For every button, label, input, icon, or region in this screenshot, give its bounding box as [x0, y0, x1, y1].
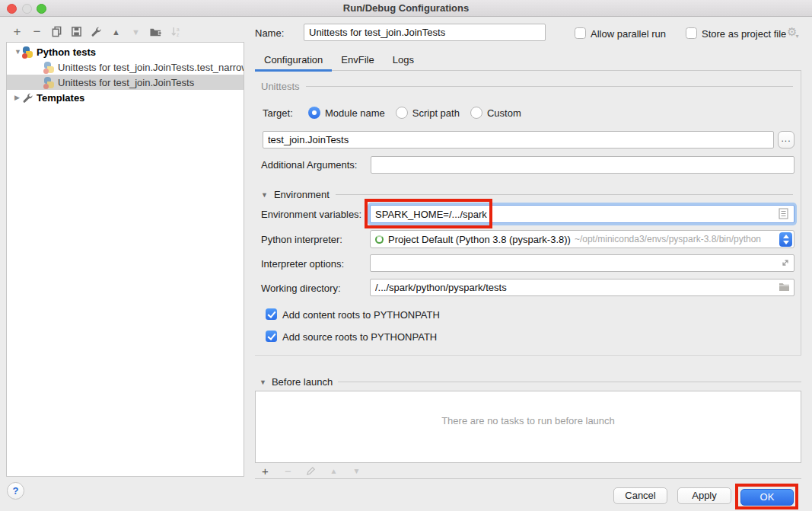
python-test-icon — [43, 77, 55, 88]
edit-task-pencil-icon — [304, 465, 317, 477]
target-input[interactable] — [263, 131, 774, 149]
configuration-panel: Unittests Target: Module name Script pat… — [255, 71, 801, 356]
store-as-project-file-checkbox[interactable] — [686, 27, 697, 39]
tab-bar: Configuration EnvFile Logs — [255, 50, 423, 71]
edit-templates-wrench-icon[interactable] — [90, 25, 103, 38]
combo-stepper-icon[interactable] — [779, 232, 792, 247]
unittests-group-header: Unittests — [261, 81, 793, 92]
run-debug-configurations-dialog: Run/Debug Configurations + − ▲ ▼ az ▼ Py… — [0, 0, 812, 511]
conda-environment-icon — [375, 235, 384, 244]
tab-configuration[interactable]: Configuration — [255, 50, 332, 71]
interpreter-name: Project Default (Python 3.8 (pyspark-3.8… — [388, 234, 571, 245]
add-content-roots-label: Add content roots to PYTHONPATH — [282, 309, 440, 321]
interpreter-options-input[interactable] — [370, 254, 794, 272]
working-directory-label: Working directory: — [261, 283, 341, 294]
interpreter-path: ~/opt/miniconda3/envs/pyspark-3.8/bin/py… — [575, 234, 761, 244]
configurations-tree: ▼ Python tests Unittests for test_join.J… — [6, 42, 244, 477]
radio-custom[interactable] — [470, 107, 482, 119]
allow-parallel-run-label: Allow parallel run — [591, 28, 666, 40]
collapse-triangle-icon[interactable]: ▼ — [260, 378, 266, 386]
save-configuration-icon[interactable] — [70, 25, 83, 38]
tree-item-unittests-test-narrow[interactable]: Unittests for test_join.JoinTests.test_n… — [7, 59, 244, 75]
svg-text:a: a — [176, 27, 179, 32]
tree-item-unittests-jointests-selected[interactable]: Unittests for test_join.JoinTests — [7, 75, 244, 90]
radio-script-path-label: Script path — [412, 107, 460, 119]
browse-target-button[interactable]: ... — [778, 131, 794, 149]
environment-variables-label: Environment variables: — [261, 209, 361, 220]
name-label: Name: — [255, 27, 284, 39]
tab-envfile[interactable]: EnvFile — [332, 50, 383, 71]
add-configuration-icon[interactable]: + — [11, 25, 24, 38]
chevron-down-icon[interactable]: ▼ — [14, 48, 22, 56]
radio-custom-label: Custom — [487, 107, 521, 119]
content-bottom-divider — [255, 478, 801, 479]
working-directory-input[interactable] — [370, 279, 794, 296]
apply-button[interactable]: Apply — [677, 487, 731, 504]
radio-script-path[interactable] — [396, 107, 408, 119]
add-source-roots-label: Add source roots to PYTHONPATH — [282, 331, 437, 343]
name-input[interactable] — [304, 24, 546, 41]
title-bar: Run/Debug Configurations — [0, 0, 812, 17]
cancel-button[interactable]: Cancel — [613, 487, 667, 504]
interpreter-options-label: Interpreter options: — [261, 258, 344, 270]
tab-logs[interactable]: Logs — [384, 50, 423, 71]
allow-parallel-run-checkbox[interactable] — [575, 27, 586, 39]
environment-group-header[interactable]: ▼ Environment — [261, 189, 793, 200]
environment-variables-input[interactable] — [370, 205, 794, 223]
tree-item-templates[interactable]: ▶ Templates — [7, 90, 244, 105]
remove-configuration-icon[interactable]: − — [30, 25, 43, 38]
target-row: Target: Module name Script path Custom — [263, 107, 532, 119]
chevron-right-icon[interactable]: ▶ — [14, 94, 22, 101]
before-launch-empty-message: There are no tasks to run before launch — [256, 415, 801, 426]
templates-wrench-icon — [22, 92, 33, 104]
move-task-up-icon: ▲ — [327, 465, 340, 477]
python-test-icon — [43, 62, 55, 73]
move-up-icon[interactable]: ▲ — [110, 25, 123, 38]
target-label: Target: — [263, 107, 308, 119]
copy-configuration-icon[interactable] — [50, 25, 63, 38]
radio-module-name-label: Module name — [325, 107, 385, 119]
new-folder-icon[interactable] — [149, 25, 162, 38]
remove-task-icon: − — [282, 465, 295, 477]
collapse-triangle-icon[interactable]: ▼ — [261, 191, 268, 199]
store-as-project-file-label: Store as project file — [702, 28, 786, 40]
ok-button[interactable]: OK — [740, 489, 794, 506]
before-launch-toolbar: + − ▲ ▼ — [259, 465, 363, 477]
svg-text:z: z — [176, 32, 178, 37]
python-interpreter-select[interactable]: Project Default (Python 3.8 (pyspark-3.8… — [370, 230, 794, 248]
before-launch-task-list[interactable]: There are no tasks to run before launch — [255, 391, 801, 463]
configurations-toolbar: + − ▲ ▼ az — [11, 25, 182, 38]
project-file-settings-gear-icon: ⚙ — [787, 25, 800, 39]
python-tests-icon — [22, 46, 33, 58]
before-launch-header[interactable]: ▼ Before launch — [260, 376, 801, 388]
window-title: Run/Debug Configurations — [0, 2, 812, 14]
additional-arguments-label: Additional Arguments: — [261, 159, 357, 171]
additional-arguments-input[interactable] — [371, 156, 794, 174]
add-task-icon[interactable]: + — [259, 465, 272, 477]
add-content-roots-checkbox[interactable] — [266, 308, 277, 320]
help-button[interactable]: ? — [7, 482, 24, 500]
tree-item-python-tests[interactable]: ▼ Python tests — [7, 44, 244, 59]
move-task-down-icon: ▼ — [350, 465, 363, 477]
sort-alphabetically-icon: az — [169, 25, 182, 38]
add-source-roots-checkbox[interactable] — [266, 331, 277, 342]
python-interpreter-label: Python interpreter: — [261, 234, 342, 245]
move-down-icon: ▼ — [129, 25, 142, 38]
radio-module-name[interactable] — [308, 107, 320, 119]
